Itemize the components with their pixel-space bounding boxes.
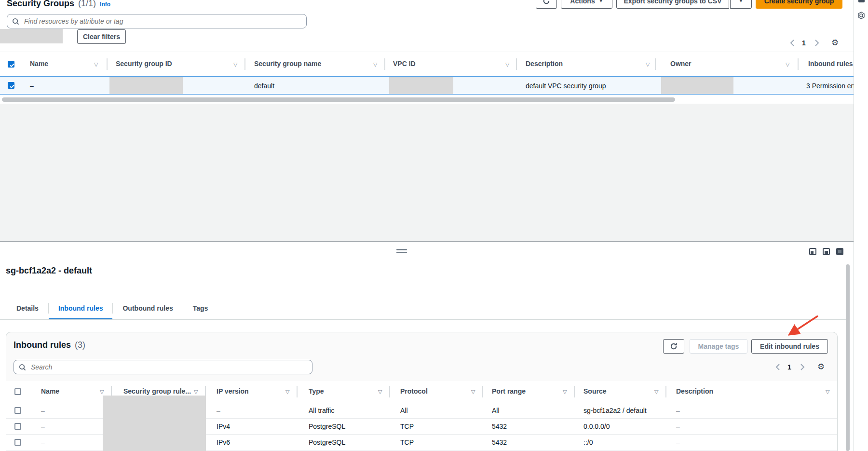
col-ip-version[interactable]: IP version (217, 387, 249, 395)
table-header-row: Name▽ Security group ID▽ Security group … (0, 52, 854, 77)
resource-count: (1/1) (78, 0, 96, 9)
tab-label: Details (16, 304, 39, 312)
gear-icon: ⚙ (817, 362, 825, 371)
sort-icon[interactable]: ▽ (194, 388, 198, 395)
col-name[interactable]: Name (30, 60, 48, 68)
refresh-button[interactable] (536, 0, 557, 9)
actions-button[interactable]: Actions ▼ (561, 0, 612, 9)
search-icon (12, 18, 19, 25)
rule-id-column-redacted (103, 396, 206, 451)
inbound-rules-heading: Inbound rules (3) (14, 340, 85, 350)
sort-icon[interactable]: ▽ (786, 61, 789, 68)
column-divider (574, 386, 575, 397)
col-protocol[interactable]: Protocol (400, 387, 428, 395)
tab-inbound-rules[interactable]: Inbound rules (49, 297, 113, 320)
col-port-range[interactable]: Port range (492, 387, 526, 395)
search-icon (19, 364, 26, 371)
split-panel-title: sg-bcf1a2a2 - default (6, 266, 92, 276)
manage-tags-button[interactable]: Manage tags (690, 339, 747, 354)
table-row[interactable]: – default default VPC security group 3 P… (0, 76, 854, 95)
info-link[interactable]: Info (100, 1, 110, 8)
col-type[interactable]: Type (309, 387, 324, 395)
pagination-prev[interactable] (790, 40, 795, 48)
rules-search-input[interactable] (30, 363, 307, 371)
horizontal-scrollbar[interactable] (0, 96, 854, 102)
col-owner[interactable]: Owner (670, 60, 692, 68)
rules-pagination-next[interactable] (800, 364, 805, 372)
col-sg-id[interactable]: Security group ID (116, 60, 172, 68)
rules-pagination-prev[interactable] (775, 364, 780, 372)
page-background (0, 104, 854, 241)
column-divider (798, 58, 799, 70)
sort-icon[interactable]: ▽ (646, 61, 650, 68)
cell-source: 0.0.0.0/0 (583, 423, 610, 430)
sort-icon[interactable]: ▽ (94, 61, 98, 68)
sort-icon[interactable]: ▽ (233, 61, 237, 68)
horizontal-scrollbar-thumb[interactable] (2, 97, 675, 102)
sort-icon[interactable]: ▽ (378, 388, 382, 395)
chevron-down-icon: ▼ (599, 0, 603, 3)
sort-icon[interactable]: ▽ (285, 388, 289, 395)
sort-icon[interactable]: ▽ (826, 388, 829, 395)
sort-icon[interactable]: ▽ (471, 388, 475, 395)
column-divider (655, 58, 656, 70)
cell-description: – (676, 423, 680, 430)
vertical-scrollbar-thumb[interactable] (846, 264, 850, 451)
tab-label: Tags (193, 304, 208, 312)
column-divider (384, 58, 385, 70)
refresh-rules-button[interactable] (663, 339, 684, 354)
col-sg-name[interactable]: Security group name (254, 60, 321, 68)
sort-icon[interactable]: ▽ (563, 388, 567, 395)
create-security-group-label: Create security group (764, 0, 834, 5)
split-panel-side-icon[interactable] (823, 248, 830, 255)
create-security-group-button[interactable]: Create security group (756, 0, 842, 9)
split-panel-bottom-icon[interactable] (809, 248, 816, 255)
col-rule-id[interactable]: Security group rule... (123, 387, 191, 395)
col-source[interactable]: Source (583, 387, 606, 395)
tab-details[interactable]: Details (7, 297, 48, 320)
col-description[interactable]: Description (526, 60, 563, 68)
row-checkbox[interactable] (14, 423, 21, 430)
tab-outbound-rules[interactable]: Outbound rules (113, 297, 182, 320)
check-icon (9, 83, 15, 90)
column-divider (665, 386, 666, 397)
right-rail (854, 0, 868, 451)
sort-icon[interactable]: ▽ (654, 388, 658, 395)
sort-icon[interactable]: ▽ (100, 388, 104, 395)
rail-partial-icon[interactable] (858, 0, 865, 2)
pagination-next[interactable] (814, 40, 819, 48)
cell-name: – (41, 423, 45, 430)
select-all-rules-checkbox[interactable] (14, 388, 21, 395)
inbound-rules-count: (3) (75, 340, 85, 350)
tab-tags[interactable]: Tags (183, 297, 218, 320)
rules-preferences-button[interactable]: ⚙ (817, 363, 825, 371)
export-csv-button[interactable]: Export security groups to CSV (616, 0, 729, 9)
export-csv-label: Export security groups to CSV (624, 0, 721, 5)
cell-port-range: All (492, 407, 500, 414)
row-checkbox[interactable] (8, 82, 14, 89)
rules-pagination-page[interactable]: 1 (787, 363, 791, 371)
cell-protocol: All (400, 407, 408, 414)
export-csv-dropdown-button[interactable]: ▼ (730, 0, 752, 9)
col-inbound-rules-count[interactable]: Inbound rules c (808, 60, 854, 68)
rail-divider (856, 7, 867, 7)
sort-icon[interactable]: ▽ (373, 61, 377, 68)
split-panel-detached-icon[interactable] (836, 248, 843, 255)
table-preferences-button[interactable]: ⚙ (831, 39, 839, 47)
resource-filter-input[interactable] (23, 17, 301, 26)
row-checkbox[interactable] (14, 407, 21, 414)
cell-inbound-rules-count: 3 Permission en (806, 82, 854, 90)
col-description[interactable]: Description (676, 387, 713, 395)
cell-vpc-id-redacted (389, 77, 453, 94)
sort-icon[interactable]: ▽ (505, 61, 509, 68)
col-name[interactable]: Name (41, 387, 59, 395)
select-all-checkbox[interactable] (8, 61, 14, 68)
row-checkbox[interactable] (14, 439, 21, 446)
clear-filters-button[interactable]: Clear filters (77, 29, 126, 44)
edit-inbound-rules-button[interactable]: Edit inbound rules (751, 339, 828, 354)
col-vpc-id[interactable]: VPC ID (393, 60, 416, 68)
split-panel-drag-handle[interactable] (396, 249, 407, 253)
rail-status-button[interactable] (857, 12, 865, 21)
tabs-divider (0, 319, 846, 320)
pagination-page[interactable]: 1 (802, 39, 806, 47)
